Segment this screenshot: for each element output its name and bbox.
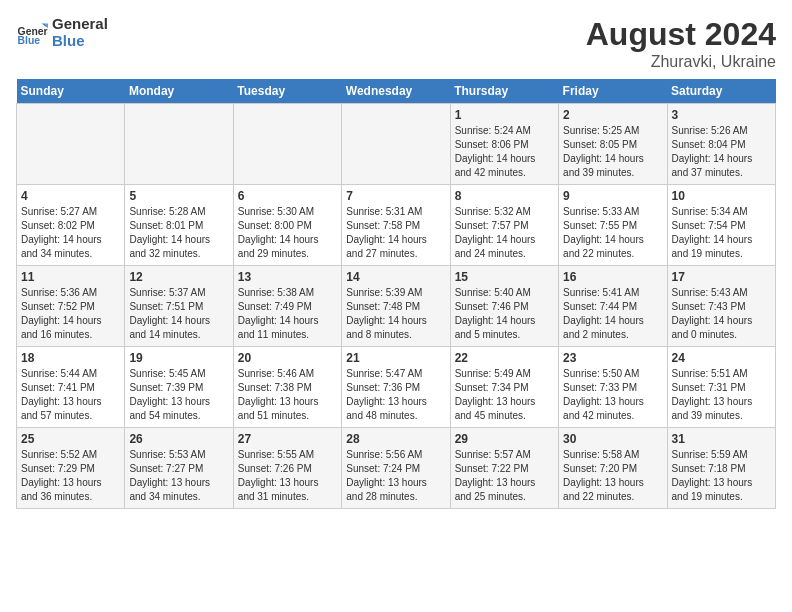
- day-info: Sunrise: 5:58 AM Sunset: 7:20 PM Dayligh…: [563, 448, 662, 504]
- weekday-saturday: Saturday: [667, 79, 775, 104]
- calendar-cell: 2Sunrise: 5:25 AM Sunset: 8:05 PM Daylig…: [559, 104, 667, 185]
- day-info: Sunrise: 5:26 AM Sunset: 8:04 PM Dayligh…: [672, 124, 771, 180]
- calendar-cell: 18Sunrise: 5:44 AM Sunset: 7:41 PM Dayli…: [17, 347, 125, 428]
- day-info: Sunrise: 5:41 AM Sunset: 7:44 PM Dayligh…: [563, 286, 662, 342]
- day-info: Sunrise: 5:36 AM Sunset: 7:52 PM Dayligh…: [21, 286, 120, 342]
- day-info: Sunrise: 5:24 AM Sunset: 8:06 PM Dayligh…: [455, 124, 554, 180]
- calendar-cell: 7Sunrise: 5:31 AM Sunset: 7:58 PM Daylig…: [342, 185, 450, 266]
- calendar-cell: [342, 104, 450, 185]
- day-info: Sunrise: 5:31 AM Sunset: 7:58 PM Dayligh…: [346, 205, 445, 261]
- calendar-body: 1Sunrise: 5:24 AM Sunset: 8:06 PM Daylig…: [17, 104, 776, 509]
- day-info: Sunrise: 5:39 AM Sunset: 7:48 PM Dayligh…: [346, 286, 445, 342]
- calendar-cell: 13Sunrise: 5:38 AM Sunset: 7:49 PM Dayli…: [233, 266, 341, 347]
- day-info: Sunrise: 5:55 AM Sunset: 7:26 PM Dayligh…: [238, 448, 337, 504]
- day-info: Sunrise: 5:33 AM Sunset: 7:55 PM Dayligh…: [563, 205, 662, 261]
- calendar-cell: 16Sunrise: 5:41 AM Sunset: 7:44 PM Dayli…: [559, 266, 667, 347]
- day-number: 16: [563, 270, 662, 284]
- day-number: 17: [672, 270, 771, 284]
- calendar-table: SundayMondayTuesdayWednesdayThursdayFrid…: [16, 79, 776, 509]
- logo: General Blue General Blue: [16, 16, 108, 49]
- weekday-monday: Monday: [125, 79, 233, 104]
- day-number: 7: [346, 189, 445, 203]
- day-number: 13: [238, 270, 337, 284]
- calendar-cell: 24Sunrise: 5:51 AM Sunset: 7:31 PM Dayli…: [667, 347, 775, 428]
- calendar-week-row: 4Sunrise: 5:27 AM Sunset: 8:02 PM Daylig…: [17, 185, 776, 266]
- calendar-subtitle: Zhuravki, Ukraine: [586, 53, 776, 71]
- day-number: 21: [346, 351, 445, 365]
- day-info: Sunrise: 5:25 AM Sunset: 8:05 PM Dayligh…: [563, 124, 662, 180]
- day-info: Sunrise: 5:34 AM Sunset: 7:54 PM Dayligh…: [672, 205, 771, 261]
- day-info: Sunrise: 5:45 AM Sunset: 7:39 PM Dayligh…: [129, 367, 228, 423]
- day-number: 15: [455, 270, 554, 284]
- day-number: 9: [563, 189, 662, 203]
- calendar-cell: 22Sunrise: 5:49 AM Sunset: 7:34 PM Dayli…: [450, 347, 558, 428]
- calendar-cell: 10Sunrise: 5:34 AM Sunset: 7:54 PM Dayli…: [667, 185, 775, 266]
- title-block: August 2024 Zhuravki, Ukraine: [586, 16, 776, 71]
- day-info: Sunrise: 5:50 AM Sunset: 7:33 PM Dayligh…: [563, 367, 662, 423]
- day-info: Sunrise: 5:52 AM Sunset: 7:29 PM Dayligh…: [21, 448, 120, 504]
- calendar-cell: 15Sunrise: 5:40 AM Sunset: 7:46 PM Dayli…: [450, 266, 558, 347]
- day-number: 8: [455, 189, 554, 203]
- day-number: 10: [672, 189, 771, 203]
- day-number: 6: [238, 189, 337, 203]
- calendar-cell: 11Sunrise: 5:36 AM Sunset: 7:52 PM Dayli…: [17, 266, 125, 347]
- day-number: 4: [21, 189, 120, 203]
- weekday-friday: Friday: [559, 79, 667, 104]
- day-number: 20: [238, 351, 337, 365]
- day-info: Sunrise: 5:47 AM Sunset: 7:36 PM Dayligh…: [346, 367, 445, 423]
- calendar-cell: 8Sunrise: 5:32 AM Sunset: 7:57 PM Daylig…: [450, 185, 558, 266]
- calendar-cell: 4Sunrise: 5:27 AM Sunset: 8:02 PM Daylig…: [17, 185, 125, 266]
- day-number: 27: [238, 432, 337, 446]
- day-number: 5: [129, 189, 228, 203]
- calendar-cell: 23Sunrise: 5:50 AM Sunset: 7:33 PM Dayli…: [559, 347, 667, 428]
- day-info: Sunrise: 5:30 AM Sunset: 8:00 PM Dayligh…: [238, 205, 337, 261]
- calendar-cell: [125, 104, 233, 185]
- day-number: 29: [455, 432, 554, 446]
- day-info: Sunrise: 5:53 AM Sunset: 7:27 PM Dayligh…: [129, 448, 228, 504]
- day-number: 24: [672, 351, 771, 365]
- calendar-cell: 3Sunrise: 5:26 AM Sunset: 8:04 PM Daylig…: [667, 104, 775, 185]
- day-number: 18: [21, 351, 120, 365]
- day-number: 14: [346, 270, 445, 284]
- calendar-cell: 5Sunrise: 5:28 AM Sunset: 8:01 PM Daylig…: [125, 185, 233, 266]
- calendar-week-row: 1Sunrise: 5:24 AM Sunset: 8:06 PM Daylig…: [17, 104, 776, 185]
- calendar-cell: 25Sunrise: 5:52 AM Sunset: 7:29 PM Dayli…: [17, 428, 125, 509]
- weekday-thursday: Thursday: [450, 79, 558, 104]
- day-info: Sunrise: 5:28 AM Sunset: 8:01 PM Dayligh…: [129, 205, 228, 261]
- weekday-header-row: SundayMondayTuesdayWednesdayThursdayFrid…: [17, 79, 776, 104]
- day-number: 22: [455, 351, 554, 365]
- logo-icon: General Blue: [16, 17, 48, 49]
- calendar-cell: 6Sunrise: 5:30 AM Sunset: 8:00 PM Daylig…: [233, 185, 341, 266]
- calendar-week-row: 25Sunrise: 5:52 AM Sunset: 7:29 PM Dayli…: [17, 428, 776, 509]
- day-number: 25: [21, 432, 120, 446]
- day-number: 31: [672, 432, 771, 446]
- day-info: Sunrise: 5:49 AM Sunset: 7:34 PM Dayligh…: [455, 367, 554, 423]
- day-number: 23: [563, 351, 662, 365]
- calendar-header: SundayMondayTuesdayWednesdayThursdayFrid…: [17, 79, 776, 104]
- day-info: Sunrise: 5:59 AM Sunset: 7:18 PM Dayligh…: [672, 448, 771, 504]
- day-number: 2: [563, 108, 662, 122]
- calendar-title: August 2024: [586, 16, 776, 53]
- calendar-week-row: 11Sunrise: 5:36 AM Sunset: 7:52 PM Dayli…: [17, 266, 776, 347]
- day-number: 3: [672, 108, 771, 122]
- weekday-wednesday: Wednesday: [342, 79, 450, 104]
- calendar-cell: 28Sunrise: 5:56 AM Sunset: 7:24 PM Dayli…: [342, 428, 450, 509]
- calendar-cell: 26Sunrise: 5:53 AM Sunset: 7:27 PM Dayli…: [125, 428, 233, 509]
- day-number: 11: [21, 270, 120, 284]
- calendar-cell: 30Sunrise: 5:58 AM Sunset: 7:20 PM Dayli…: [559, 428, 667, 509]
- day-info: Sunrise: 5:46 AM Sunset: 7:38 PM Dayligh…: [238, 367, 337, 423]
- calendar-cell: 20Sunrise: 5:46 AM Sunset: 7:38 PM Dayli…: [233, 347, 341, 428]
- day-info: Sunrise: 5:56 AM Sunset: 7:24 PM Dayligh…: [346, 448, 445, 504]
- calendar-cell: 14Sunrise: 5:39 AM Sunset: 7:48 PM Dayli…: [342, 266, 450, 347]
- calendar-cell: 1Sunrise: 5:24 AM Sunset: 8:06 PM Daylig…: [450, 104, 558, 185]
- calendar-cell: 29Sunrise: 5:57 AM Sunset: 7:22 PM Dayli…: [450, 428, 558, 509]
- calendar-cell: 17Sunrise: 5:43 AM Sunset: 7:43 PM Dayli…: [667, 266, 775, 347]
- calendar-cell: 19Sunrise: 5:45 AM Sunset: 7:39 PM Dayli…: [125, 347, 233, 428]
- day-number: 30: [563, 432, 662, 446]
- day-info: Sunrise: 5:44 AM Sunset: 7:41 PM Dayligh…: [21, 367, 120, 423]
- svg-text:Blue: Blue: [18, 35, 41, 46]
- weekday-sunday: Sunday: [17, 79, 125, 104]
- logo-blue: Blue: [52, 33, 108, 50]
- logo-text: General Blue: [52, 16, 108, 49]
- day-number: 1: [455, 108, 554, 122]
